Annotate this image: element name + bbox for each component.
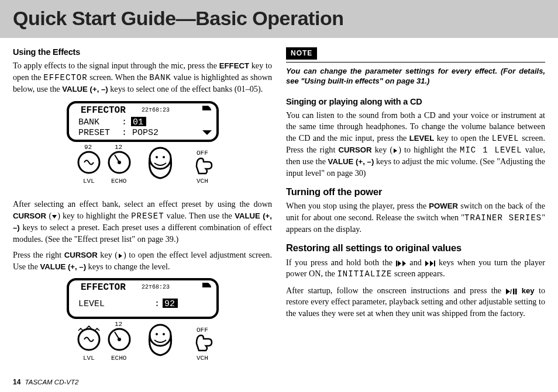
svg-text::: :	[122, 128, 127, 138]
svg-text::: :	[154, 299, 160, 309]
svg-text:VCH: VCH	[197, 355, 208, 362]
page-title: Quick Start Guide—Basic Operation	[13, 7, 545, 30]
svg-text:LVL: LVL	[83, 178, 95, 185]
para-effects-2: After selecting an effect bank, select a…	[13, 199, 272, 245]
svg-text:22т68:23: 22т68:23	[142, 107, 170, 113]
svg-text:LVL: LVL	[83, 355, 95, 362]
svg-line-16	[115, 155, 119, 162]
play-pause-icon: /	[505, 289, 517, 294]
page-number: 14	[13, 378, 20, 386]
svg-text:VCH: VCH	[197, 178, 208, 185]
svg-text:12: 12	[115, 144, 122, 151]
svg-point-39	[163, 333, 165, 335]
svg-text:EFFECTOR: EFFECTOR	[81, 282, 126, 293]
svg-text:01: 01	[133, 117, 143, 127]
key-power: POWER	[429, 202, 458, 210]
para-singing: You can listen to the sound from both a …	[286, 110, 545, 179]
svg-text:92: 92	[84, 144, 92, 151]
heading-using-effects: Using the Effects	[13, 46, 272, 58]
key-cursor-right: CURSOR	[64, 251, 98, 259]
svg-point-38	[156, 333, 158, 335]
svg-text:ECHO: ECHO	[111, 355, 127, 362]
left-column: Using the Effects To apply effects to th…	[13, 46, 272, 376]
page-title-bar: Quick Start Guide—Basic Operation	[0, 0, 558, 38]
para-effects-3: Press the right CURSOR key () to open th…	[13, 249, 272, 272]
svg-text:POPS2: POPS2	[132, 128, 159, 138]
note-tag: NOTE	[286, 47, 317, 60]
para-restore-2: After startup, follow the onscreen instr…	[286, 285, 545, 320]
svg-text:OFF: OFF	[197, 327, 208, 334]
key-level: LEVEL	[409, 134, 435, 143]
product-name: TASCAM CD-VT2	[25, 379, 79, 386]
key-cursor-down: CURSOR	[13, 211, 46, 220]
lcd-bank: BANK	[149, 73, 171, 82]
svg-text::: :	[122, 117, 127, 127]
content-columns: Using the Effects To apply effects to th…	[0, 38, 558, 376]
effector-screen-1: EFFECTOR 22т68:23 BANK : 01 PRESET : POP…	[67, 101, 219, 192]
lcd-preset: PRESET	[131, 211, 164, 221]
lcd-initialize: INITIALIZE	[337, 269, 392, 279]
svg-text:92: 92	[164, 299, 175, 309]
svg-text:OFF: OFF	[197, 150, 208, 157]
svg-text:/: /	[510, 289, 512, 294]
note-divider	[286, 62, 545, 63]
para-power: When you stop using the player, press th…	[286, 200, 545, 235]
down-triangle-icon	[51, 214, 57, 220]
lcd-trainer: TRAINER SERIES	[464, 213, 542, 223]
svg-text:12: 12	[115, 321, 122, 328]
svg-line-36	[115, 332, 119, 339]
skip-back-icon	[396, 261, 407, 266]
svg-point-18	[156, 156, 158, 158]
right-triangle-icon	[392, 148, 398, 154]
key-effect: EFFECT	[219, 61, 249, 70]
svg-text:ECHO: ECHO	[111, 178, 127, 185]
key-value: VALUE (+, –)	[62, 85, 108, 93]
skip-forward-icon	[425, 261, 435, 266]
svg-text:BANK: BANK	[78, 117, 99, 127]
right-column: NOTE You can change the parameter settin…	[286, 46, 545, 376]
right-triangle-icon	[118, 253, 123, 259]
para-effects-1: To apply effects to the signal input thr…	[13, 60, 272, 95]
lcd-effector: EFFECTOR	[43, 73, 87, 82]
svg-rect-44	[396, 261, 397, 266]
effector-screen-2: EFFECTOR 22т68:23 LEVEL : 92 12	[67, 278, 219, 369]
lcd-level: LEVEL	[492, 134, 519, 143]
heading-power: Turning off the power	[286, 185, 545, 199]
svg-text:22т68:23: 22т68:23	[142, 284, 170, 290]
heading-restore: Restoring all settings to original value…	[286, 241, 545, 255]
svg-text:PRESET: PRESET	[78, 128, 110, 138]
heading-singing: Singing or playing along with a CD	[286, 96, 545, 107]
para-restore-1: If you press and hold both the and keys …	[286, 257, 545, 280]
svg-point-19	[163, 156, 165, 158]
svg-rect-47	[513, 289, 515, 294]
lcd-mic-level: MIC 1 LEVEL	[460, 145, 522, 155]
page-footer: 14 TASCAM CD-VT2	[13, 378, 78, 386]
svg-text:LEVEL: LEVEL	[78, 299, 105, 309]
svg-text:EFFECTOR: EFFECTOR	[81, 105, 126, 116]
note-text: You can change the parameter settings fo…	[286, 66, 545, 86]
